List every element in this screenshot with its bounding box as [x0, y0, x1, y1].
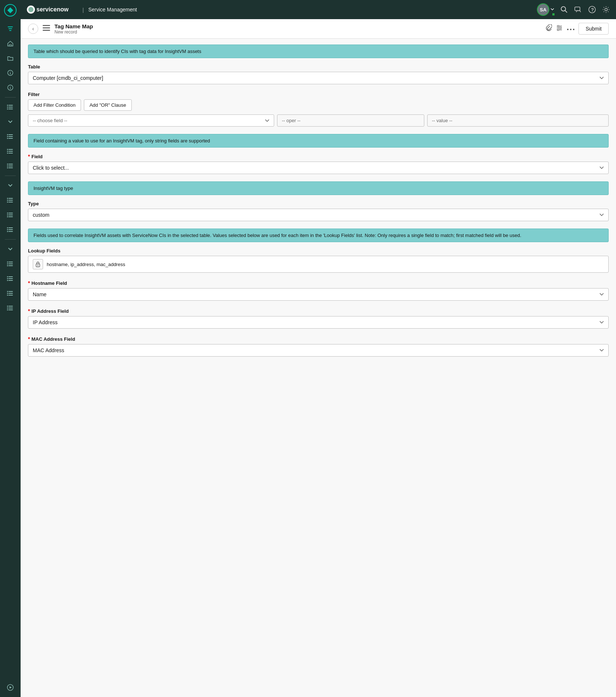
- add-or-clause-button[interactable]: Add "OR" Clause: [84, 99, 132, 111]
- svg-point-57: [7, 263, 8, 265]
- svg-rect-60: [8, 278, 13, 279]
- svg-point-16: [7, 109, 8, 110]
- settings-record-icon[interactable]: [556, 24, 563, 33]
- svg-point-40: [7, 202, 8, 203]
- field-section-header: Field containing a value to use for an I…: [28, 134, 609, 148]
- svg-point-21: [7, 136, 8, 137]
- paperclip-icon[interactable]: [545, 24, 552, 33]
- svg-rect-4: [9, 45, 11, 46]
- svg-point-7: [10, 71, 11, 72]
- ip-required-star: *: [28, 308, 30, 314]
- sidebar-info2-icon[interactable]: [4, 81, 17, 94]
- table-select[interactable]: Computer [cmdb_ci_computer]: [28, 72, 609, 84]
- svg-rect-30: [8, 166, 13, 166]
- svg-rect-37: [8, 202, 13, 202]
- svg-point-94: [557, 25, 559, 27]
- sidebar-divider-1: [5, 97, 16, 98]
- svg-rect-18: [8, 136, 13, 137]
- sidebar-list2-icon[interactable]: [4, 130, 17, 143]
- sidebar-list11-icon[interactable]: [4, 301, 17, 315]
- hostname-required-star: *: [28, 280, 30, 286]
- sidebar-list8-icon[interactable]: [4, 257, 17, 270]
- mac-label: * MAC Address Field: [28, 336, 609, 342]
- table-section-header: Table which should be queried to identif…: [28, 45, 609, 58]
- hamburger-icon[interactable]: [43, 25, 50, 33]
- ip-label: * IP Address Field: [28, 308, 609, 314]
- chat-nav-icon[interactable]: [574, 6, 582, 14]
- overflow-icon[interactable]: [567, 25, 575, 33]
- help-nav-icon[interactable]: ?: [588, 6, 596, 14]
- svg-rect-71: [8, 306, 13, 307]
- avatar-container[interactable]: SA: [537, 3, 554, 16]
- svg-point-51: [7, 229, 8, 230]
- svg-rect-54: [8, 263, 13, 264]
- sidebar-list3-icon[interactable]: [4, 145, 17, 158]
- hostname-select[interactable]: Name: [28, 288, 609, 301]
- sidebar-filter-icon[interactable]: [4, 22, 17, 35]
- svg-rect-67: [8, 295, 13, 296]
- filter-field-select[interactable]: -- choose field --: [28, 114, 274, 127]
- sidebar-info-icon[interactable]: [4, 66, 17, 79]
- sidebar-list6-icon[interactable]: [4, 208, 17, 222]
- svg-point-44: [7, 213, 8, 214]
- ip-select[interactable]: IP Address: [28, 316, 609, 329]
- svg-point-75: [7, 308, 8, 309]
- sidebar-list10-icon[interactable]: [4, 287, 17, 300]
- svg-point-99: [573, 29, 574, 30]
- svg-point-68: [7, 291, 8, 292]
- svg-point-20: [7, 134, 8, 135]
- svg-text:servicenow: servicenow: [36, 6, 69, 13]
- svg-point-10: [10, 86, 11, 87]
- lookup-fields-value: hostname, ip_address, mac_address: [47, 262, 125, 267]
- svg-point-46: [7, 216, 8, 217]
- filter-buttons: Add Filter Condition Add "OR" Clause: [28, 99, 609, 111]
- sidebar-list5-icon[interactable]: [4, 194, 17, 207]
- sidebar-folder-icon[interactable]: [4, 52, 17, 65]
- sidebar-chevron3-icon[interactable]: [4, 243, 17, 256]
- sidebar-chevron1-icon[interactable]: [4, 115, 17, 128]
- svg-point-28: [7, 153, 8, 154]
- svg-point-96: [557, 29, 559, 31]
- mac-select[interactable]: MAC Address: [28, 344, 609, 357]
- svg-point-80: [28, 7, 33, 12]
- add-filter-condition-button[interactable]: Add Filter Condition: [28, 99, 81, 111]
- settings-nav-icon[interactable]: [602, 6, 610, 14]
- hostname-label: * Hostname Field: [28, 280, 609, 286]
- sidebar-chevron2-icon[interactable]: [4, 179, 17, 192]
- svg-point-74: [7, 306, 8, 307]
- lookup-section-header: Fields used to correlate InsightVM asset…: [28, 229, 609, 242]
- svg-point-101: [38, 265, 38, 266]
- svg-point-50: [7, 227, 8, 229]
- hostname-form-group: * Hostname Field Name: [28, 280, 609, 301]
- svg-point-97: [567, 29, 569, 30]
- search-nav-icon[interactable]: [560, 6, 568, 14]
- sidebar-list9-icon[interactable]: [4, 272, 17, 285]
- svg-rect-36: [8, 200, 13, 201]
- sidebar-list7-icon[interactable]: [4, 223, 17, 236]
- svg-point-22: [7, 138, 8, 139]
- navbar-brand: servicenow | Service Management: [26, 4, 137, 15]
- mac-required-star: *: [28, 336, 30, 342]
- svg-point-69: [7, 293, 8, 294]
- record-title: Tag Name Map: [54, 23, 540, 29]
- field-select[interactable]: Click to select...: [28, 162, 609, 174]
- svg-rect-35: [8, 198, 13, 199]
- svg-point-70: [7, 295, 8, 296]
- svg-rect-61: [8, 280, 13, 281]
- svg-rect-23: [8, 149, 13, 150]
- sidebar-list4-icon[interactable]: [4, 159, 17, 173]
- sidebar-divider-3: [5, 239, 16, 240]
- back-button[interactable]: ‹: [28, 24, 38, 34]
- filter-section: Filter Add Filter Condition Add "OR" Cla…: [28, 92, 609, 127]
- type-select[interactable]: custom: [28, 209, 609, 221]
- sidebar-home-icon[interactable]: [4, 37, 17, 50]
- svg-rect-53: [8, 262, 13, 262]
- submit-button[interactable]: Submit: [578, 23, 609, 35]
- servicenow-logo[interactable]: [3, 3, 18, 18]
- svg-point-76: [7, 309, 8, 311]
- sidebar-list1-icon[interactable]: [4, 100, 17, 114]
- sidebar-play-icon[interactable]: [4, 681, 17, 694]
- svg-point-15: [7, 107, 8, 108]
- user-avatar[interactable]: SA: [537, 3, 549, 16]
- lookup-fields-label: Lookup Fields: [28, 248, 609, 254]
